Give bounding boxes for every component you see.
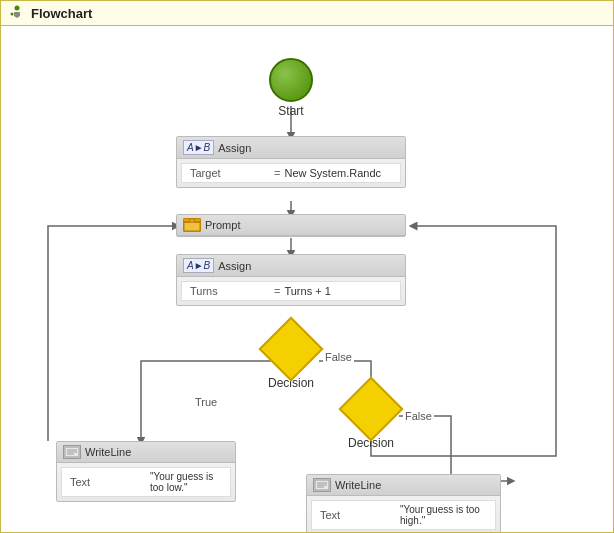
- diamond-1: [258, 316, 323, 381]
- assign-block-2[interactable]: A►B Assign Turns = Turns + 1: [176, 254, 406, 306]
- start-label: Start: [278, 104, 303, 118]
- writeline1-title: WriteLine: [85, 446, 131, 458]
- assign2-val: Turns + 1: [284, 285, 330, 297]
- ab-icon-1: A►B: [183, 140, 214, 155]
- assign-block-1[interactable]: A►B Assign Target = New System.Randc: [176, 136, 406, 188]
- true-label: True: [193, 396, 219, 408]
- svg-marker-2: [14, 16, 20, 18]
- flowchart-icon: [9, 5, 25, 21]
- writeline2-val: "Your guess is too high.": [400, 504, 487, 526]
- ab-icon-2: A►B: [183, 258, 214, 273]
- assign1-key: Target: [190, 167, 270, 179]
- writeline2-key: Text: [320, 509, 400, 521]
- svg-rect-8: [184, 222, 200, 231]
- diamond-2: [338, 376, 403, 441]
- start-node: Start: [269, 58, 313, 118]
- writeline-block-2[interactable]: WriteLine Text "Your guess is too high.": [306, 474, 501, 532]
- prompt-header: Prompt: [177, 215, 405, 236]
- assign1-header: A►B Assign: [177, 137, 405, 159]
- start-circle: [269, 58, 313, 102]
- assign2-eq: =: [274, 285, 280, 297]
- prompt-block[interactable]: Prompt: [176, 214, 406, 237]
- svg-point-0: [15, 6, 20, 11]
- title-bar: Flowchart: [1, 1, 613, 26]
- svg-marker-9: [184, 219, 200, 222]
- assign2-key: Turns: [190, 285, 270, 297]
- assign1-row: Target = New System.Randc: [181, 163, 401, 183]
- writeline1-icon: [63, 445, 81, 459]
- assign1-val: New System.Randc: [284, 167, 381, 179]
- canvas: Start A►B Assign Target = New System.Ran…: [1, 26, 613, 532]
- assign2-header: A►B Assign: [177, 255, 405, 277]
- window-title: Flowchart: [31, 6, 92, 21]
- main-window: Flowchart: [0, 0, 614, 533]
- svg-point-3: [11, 13, 14, 16]
- writeline2-header: WriteLine: [307, 475, 500, 496]
- writeline1-val: "Your guess is too low.": [150, 471, 222, 493]
- writeline1-row: Text "Your guess is too low.": [61, 467, 231, 497]
- assign2-row: Turns = Turns + 1: [181, 281, 401, 301]
- writeline2-title: WriteLine: [335, 479, 381, 491]
- writeline1-header: WriteLine: [57, 442, 235, 463]
- writeline2-row: Text "Your guess is too high.": [311, 500, 496, 530]
- decision-node-2[interactable]: Decision: [348, 386, 394, 450]
- prompt-label: Prompt: [205, 219, 240, 231]
- false1-label: False: [323, 351, 354, 363]
- prompt-icon: [183, 218, 201, 232]
- decision-node-1[interactable]: Decision: [268, 326, 314, 390]
- writeline2-icon: [313, 478, 331, 492]
- svg-rect-1: [14, 12, 20, 16]
- writeline-block-1[interactable]: WriteLine Text "Your guess is too low.": [56, 441, 236, 502]
- false2-label: False: [403, 410, 434, 422]
- assign2-title: Assign: [218, 260, 251, 272]
- writeline1-key: Text: [70, 476, 150, 488]
- assign1-eq: =: [274, 167, 280, 179]
- assign1-title: Assign: [218, 142, 251, 154]
